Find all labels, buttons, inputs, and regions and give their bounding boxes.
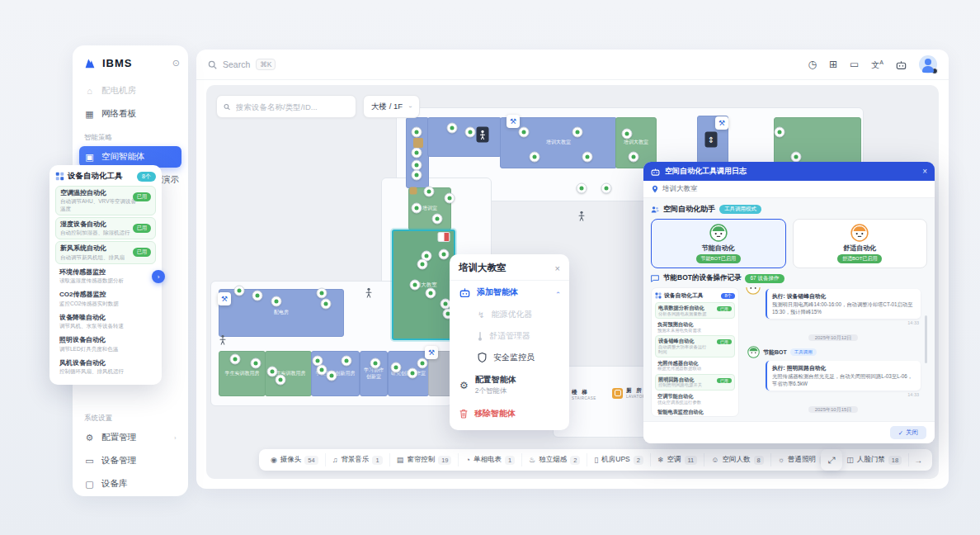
device-marker[interactable] <box>317 365 327 376</box>
device-marker[interactable] <box>252 291 263 301</box>
device-chip[interactable]: ▯ 机房UPS 2 <box>587 453 651 466</box>
close-icon[interactable]: × <box>555 263 560 273</box>
agent-option-comfort[interactable]: 舒适管理器 <box>450 325 569 347</box>
map-room[interactable] <box>427 117 502 157</box>
device-chip[interactable]: ☺ 空间人数 8 <box>704 453 770 466</box>
device-marker[interactable] <box>408 368 418 379</box>
device-marker[interactable] <box>412 203 422 214</box>
device-marker[interactable] <box>417 358 428 369</box>
device-marker[interactable] <box>572 127 583 138</box>
modal-tool-item[interactable]: 空调节能自动化 优化空调系统运行参数 <box>655 391 735 406</box>
device-marker[interactable] <box>622 129 633 140</box>
modal-tool-item[interactable]: 电表数据分析自动化 分析各回路电表测量数据 已用 <box>655 302 735 319</box>
device-marker[interactable] <box>465 127 476 138</box>
remove-agent-row[interactable]: 移除智能体 <box>450 402 569 425</box>
device-marker[interactable] <box>271 296 282 307</box>
sidebar-item-power-room[interactable]: ⌂ 配电机房 <box>79 80 181 102</box>
automation-tool-item[interactable]: 风机设备自动化 控制循环风扇、排风机运行 <box>55 357 156 378</box>
monitor-icon[interactable]: ▭ <box>850 59 859 69</box>
floor-select[interactable]: 大楼 / 1F › <box>363 95 420 118</box>
modal-tool-item[interactable]: 负荷预测自动化 预测未来用电负荷需求 <box>655 320 735 334</box>
device-marker[interactable] <box>234 286 245 296</box>
device-marker[interactable] <box>445 193 455 204</box>
device-marker[interactable] <box>629 152 639 163</box>
automation-tool-item[interactable]: 空调温控自动化 自动调节AHU、VRV等空调设备温度 已用 <box>55 186 156 215</box>
device-marker[interactable] <box>601 183 612 194</box>
device-marker[interactable] <box>391 362 402 373</box>
sidebar-item-config-mgmt[interactable]: ⚙ 配置管理 › <box>79 427 181 448</box>
wrench-icon[interactable]: ⚒ <box>425 346 438 359</box>
device-marker[interactable] <box>519 127 530 138</box>
device-marker[interactable] <box>230 354 241 365</box>
automation-tool-item[interactable]: 设备降噪自动化 调节风机、水泵等设备转速 <box>55 311 156 333</box>
device-marker[interactable] <box>410 280 421 291</box>
wrench-icon[interactable]: ⚒ <box>715 116 728 130</box>
device-marker[interactable] <box>582 152 593 163</box>
sidebar-item-network-board[interactable]: ▦ 网络看板 <box>79 103 181 125</box>
wrench-icon[interactable]: ⚒ <box>506 115 520 128</box>
config-agent-row[interactable]: ⚙ 配置智能体 2个智能体 <box>450 368 569 402</box>
add-agent-row[interactable]: 添加智能体 › <box>450 281 569 304</box>
device-chip[interactable]: ◉ 摄像头 54 <box>264 453 326 466</box>
device-marker[interactable] <box>317 288 327 299</box>
fullscreen-button[interactable]: ⤢ <box>821 449 842 471</box>
panel-expand-button[interactable]: › <box>152 270 165 283</box>
device-marker[interactable] <box>775 127 785 138</box>
bot-card-comfort[interactable]: 舒适自动化 舒适BOT已启用 <box>793 219 928 268</box>
automation-tool-item[interactable]: 湿度设备自动化 自动控制加湿器、除湿机运行 已用 <box>55 217 156 240</box>
device-marker[interactable] <box>412 127 422 138</box>
device-marker[interactable] <box>412 170 422 181</box>
chat-scrollbar[interactable] <box>925 315 927 363</box>
bot-card-energy[interactable]: 节能自动化 节能BOT已启用 <box>651 219 786 268</box>
map-room[interactable]: 培训大教室 <box>392 230 455 340</box>
modal-tool-item[interactable]: 照明回路自动化 控制照明回路电源开关 已用 <box>655 374 735 391</box>
device-chip[interactable]: ❄ 空调 11 <box>651 453 704 466</box>
device-marker[interactable] <box>251 358 261 369</box>
automation-tool-item[interactable]: CO2传感器监控 监控CO2传感器实时数据 <box>55 288 156 310</box>
device-search-input[interactable] <box>234 102 349 112</box>
device-marker[interactable] <box>276 375 286 386</box>
device-marker[interactable] <box>577 183 587 194</box>
device-marker[interactable] <box>321 299 332 310</box>
modal-close-button[interactable]: ✓ 关闭 <box>890 426 926 439</box>
device-chip[interactable]: ◔ 单相电表 1 <box>459 453 522 466</box>
agent-option-security[interactable]: 安全监控员 <box>450 347 569 368</box>
device-marker[interactable] <box>791 152 802 163</box>
device-marker[interactable] <box>370 358 381 369</box>
agent-icon[interactable] <box>896 60 907 69</box>
device-marker[interactable] <box>439 249 450 260</box>
modal-tool-item[interactable]: 设备错峰自动化 自动调整大功率设备运行时间 已用 <box>655 335 735 357</box>
global-search[interactable]: Search ⌘K <box>208 59 808 70</box>
automation-tool-item[interactable]: 新风系统自动化 自动调节新风机组、排风扇 已用 <box>55 241 156 264</box>
device-chip[interactable]: ♫ 背景音乐 1 <box>326 453 390 466</box>
history-icon[interactable]: ◷ <box>808 59 816 69</box>
automation-tool-item[interactable]: 照明设备自动化 调节LED灯具亮度和色温 <box>55 334 156 355</box>
device-marker[interactable] <box>342 356 352 367</box>
user-avatar[interactable] <box>919 55 937 73</box>
agent-option-energy[interactable]: ↯ 能源优化器 <box>450 304 569 325</box>
chips-next-button[interactable]: → <box>909 456 927 465</box>
modal-tool-item[interactable]: 智能电表监控自动化 实时监控智能电表数据 <box>655 407 735 417</box>
sidebar-collapse-button[interactable]: ⊙ <box>172 58 180 69</box>
close-icon[interactable]: × <box>922 167 927 176</box>
device-marker[interactable] <box>426 288 436 299</box>
device-marker[interactable] <box>530 152 540 163</box>
apps-icon[interactable]: ⊞ <box>829 59 837 69</box>
automation-tool-item[interactable]: 环境传感器监控 读取温湿度传感器数据分析 <box>55 266 156 287</box>
device-marker[interactable] <box>432 214 443 225</box>
device-search-box[interactable] <box>216 95 356 118</box>
map-room[interactable]: 学生实训教用房 <box>219 351 266 396</box>
device-chip[interactable]: ▤ 窗帘控制 19 <box>390 453 459 466</box>
translate-icon[interactable]: 文A <box>871 59 883 69</box>
device-marker[interactable] <box>417 259 428 270</box>
device-marker[interactable] <box>412 148 422 159</box>
device-chip[interactable]: ◫ 人脸门禁 18 <box>840 453 909 466</box>
map-room[interactable] <box>774 117 861 168</box>
device-marker[interactable] <box>424 187 435 197</box>
device-chip[interactable]: ♨ 独立烟感 2 <box>522 453 587 466</box>
sidebar-item-device-mgmt[interactable]: ▭ 设备管理 <box>79 450 181 471</box>
wrench-icon[interactable]: ⚒ <box>218 292 231 305</box>
device-marker[interactable] <box>447 123 458 134</box>
sidebar-item-device-library[interactable]: ▢ 设备库 <box>79 473 181 495</box>
modal-tool-item[interactable]: 光照传感器自动化 根据光传感器数据联动 <box>655 358 735 373</box>
